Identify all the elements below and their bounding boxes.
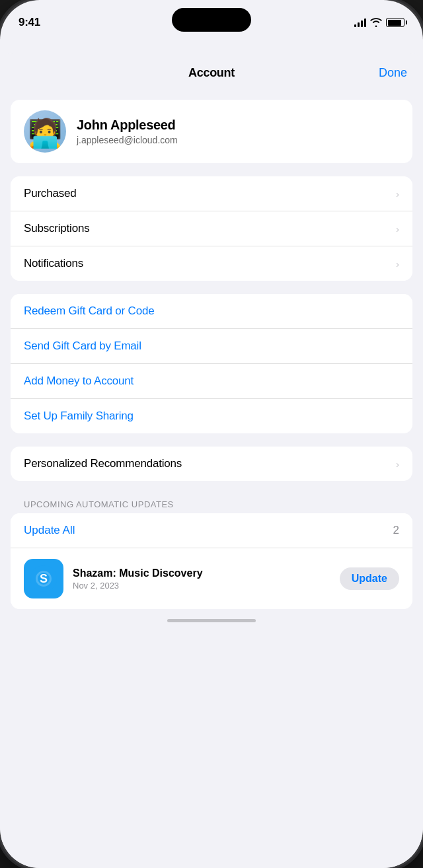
shazam-app-row: S Shazam: Music Discovery Nov 2, 2023 Up… xyxy=(11,548,412,609)
app-date: Nov 2, 2023 xyxy=(73,581,330,591)
chevron-icon: › xyxy=(396,258,399,270)
sheet-title: Account xyxy=(188,66,235,80)
updates-section-label: UPCOMING AUTOMATIC UPDATES xyxy=(11,494,412,513)
updates-section: UPCOMING AUTOMATIC UPDATES Update All 2 … xyxy=(11,494,412,609)
shazam-app-icon: S xyxy=(24,559,63,598)
status-icons xyxy=(354,18,404,27)
chevron-icon: › xyxy=(396,188,399,199)
update-all-label[interactable]: Update All xyxy=(24,524,75,537)
subscriptions-label: Subscriptions xyxy=(24,222,89,235)
status-time: 9:41 xyxy=(19,16,40,29)
family-sharing-label: Set Up Family Sharing xyxy=(24,410,134,423)
send-gift-card-label: Send Gift Card by Email xyxy=(24,340,141,353)
sheet-header: Account Done xyxy=(0,53,423,87)
home-indicator xyxy=(167,619,256,622)
shazam-icon: S xyxy=(30,565,57,592)
send-gift-card-row[interactable]: Send Gift Card by Email xyxy=(11,328,412,363)
purchased-row[interactable]: Purchased › xyxy=(11,176,412,211)
add-money-label: Add Money to Account xyxy=(24,375,134,388)
svg-text:S: S xyxy=(40,572,48,585)
menu-section-1: Purchased › Subscriptions › Notification… xyxy=(11,176,412,281)
profile-email: j.appleseed@icloud.com xyxy=(77,135,178,145)
menu-section-2: Redeem Gift Card or Code Send Gift Card … xyxy=(11,294,412,433)
add-money-row[interactable]: Add Money to Account xyxy=(11,363,412,398)
profile-name: John Appleseed xyxy=(77,118,178,133)
account-sheet: Account Done 🧑‍💻 John Appleseed j.apples… xyxy=(0,53,423,868)
updates-card: Update All 2 S Shazam: Music Disc xyxy=(11,513,412,609)
bottom-bar xyxy=(0,609,423,628)
purchased-label: Purchased xyxy=(24,187,76,200)
phone-frame: 9:41 xyxy=(0,0,423,868)
wifi-icon xyxy=(370,18,382,27)
profile-card[interactable]: 🧑‍💻 John Appleseed j.appleseed@icloud.co… xyxy=(11,100,412,163)
redeem-gift-card-label: Redeem Gift Card or Code xyxy=(24,305,154,318)
menu-section-3: Personalized Recommendations › xyxy=(11,447,412,481)
app-name: Shazam: Music Discovery xyxy=(73,567,330,579)
notifications-label: Notifications xyxy=(24,257,83,270)
notifications-row[interactable]: Notifications › xyxy=(11,246,412,281)
avatar: 🧑‍💻 xyxy=(24,110,66,153)
signal-icon xyxy=(354,18,366,27)
menu-card-2: Redeem Gift Card or Code Send Gift Card … xyxy=(11,294,412,433)
update-button[interactable]: Update xyxy=(340,567,399,590)
update-count: 2 xyxy=(393,524,399,537)
family-sharing-row[interactable]: Set Up Family Sharing xyxy=(11,398,412,433)
subscriptions-row[interactable]: Subscriptions › xyxy=(11,211,412,246)
chevron-icon: › xyxy=(396,223,399,235)
dynamic-island xyxy=(172,8,251,32)
done-button[interactable]: Done xyxy=(379,66,407,80)
app-info: Shazam: Music Discovery Nov 2, 2023 xyxy=(73,567,330,591)
profile-section: 🧑‍💻 John Appleseed j.appleseed@icloud.co… xyxy=(11,100,412,163)
update-all-row[interactable]: Update All 2 xyxy=(11,513,412,548)
menu-card-1: Purchased › Subscriptions › Notification… xyxy=(11,176,412,281)
battery-icon xyxy=(386,18,404,27)
chevron-icon: › xyxy=(396,458,399,470)
profile-info: John Appleseed j.appleseed@icloud.com xyxy=(77,118,178,145)
personalized-recommendations-label: Personalized Recommendations xyxy=(24,457,182,470)
personalized-recommendations-row[interactable]: Personalized Recommendations › xyxy=(11,447,412,481)
phone-screen: 9:41 xyxy=(0,0,423,868)
menu-card-3: Personalized Recommendations › xyxy=(11,447,412,481)
redeem-gift-card-row[interactable]: Redeem Gift Card or Code xyxy=(11,294,412,328)
